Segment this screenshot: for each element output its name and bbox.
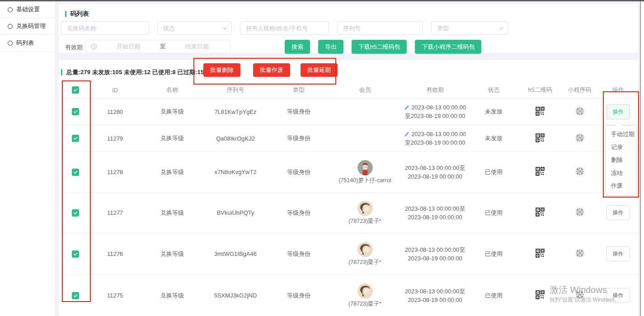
cell-member: (78723)栗子* [330,193,400,233]
h5-qrcode-icon[interactable] [536,133,545,142]
download-h5-qrcode-button[interactable]: 下载h5二维码包 [352,40,407,54]
cell-type: 等级身份 [268,233,330,275]
cell-id: 11275 [89,275,141,316]
miniprogram-code-icon[interactable] [575,133,585,143]
edit-icon[interactable] [404,105,409,110]
header-status: 状态 [470,82,517,99]
member-avatar [357,242,373,257]
row-action-button[interactable]: 操作 [606,246,630,261]
cell-type: 等级身份 [268,193,330,233]
cell-validity: 2023-08-13 00:00:00至 2023-08-19 00:00:00 [400,275,470,316]
end-date-input[interactable]: 结束日期 [169,42,225,51]
header-name: 名称 [141,82,203,99]
cell-validity: 2023-08-13 00:00:00至 2023-08-19 00:00:00 [400,152,470,193]
sidebar-item-label: 兑换码管理 [16,22,46,30]
cell-name: 兑换等级 [141,275,203,316]
member-avatar [357,160,373,175]
table-row: 11275 兑换等级 5SXMJ3kG2jND 等级身份 (78723)栗子* … [62,275,639,316]
cell-validity: 2023-08-13 00:00:00至 2023-08-19 00:00:00 [400,233,470,275]
batch-void-button[interactable]: 批量作废 [253,63,290,77]
menu-item-delete[interactable]: 删除 [606,154,636,167]
cell-member: (78723)栗子* [330,233,400,275]
h5-qrcode-icon[interactable] [536,290,545,299]
header-validity: 有效期 [400,82,470,99]
row-checkbox[interactable] [72,250,79,258]
cell-serial: x7N8oKvgYwT2 [203,152,268,193]
search-button[interactable]: 搜索 [285,40,310,54]
cell-name: 兑换等级 [141,193,203,233]
row-action-button[interactable]: 操作 [606,205,630,220]
header-action: 操作 [597,82,639,99]
code-name-input[interactable] [61,21,149,35]
miniprogram-code-icon[interactable] [575,290,585,300]
header-type: 类型 [268,82,330,99]
cell-id: 11276 [89,233,141,275]
sidebar-item-basic-settings[interactable]: 基础设置 [0,1,55,18]
menu-item-manual-expire[interactable]: 手动过期 [606,128,636,141]
cell-status: 未发放 [470,125,517,152]
date-range-separator: 至 [160,42,166,51]
sidebar-item-redeem-code-management[interactable]: 兑换码管理 [0,18,55,35]
cell-name: 兑换等级 [141,125,203,152]
table-header-row: ID 名称 序列号 类型 会员 有效期 状态 h5二维码 小程序码 操作 [62,82,639,99]
holder-input[interactable] [240,21,329,35]
cell-id: 11279 [89,125,141,152]
menu-item-freeze[interactable]: 冻结 [606,167,636,180]
h5-qrcode-icon[interactable] [536,249,545,258]
row-checkbox[interactable] [72,169,79,176]
h5-qrcode-icon[interactable] [536,107,545,116]
h5-qrcode-icon[interactable] [536,167,545,176]
sidebar-item-code-list[interactable]: 码列表 [0,35,55,52]
member-avatar [357,283,373,299]
clock-icon [91,43,97,50]
export-button[interactable]: 导出 [318,40,343,54]
type-select[interactable] [431,21,508,35]
member-name: (78723)栗子* [348,259,381,266]
row-action-button[interactable]: 操作 [606,104,630,119]
row-checkbox[interactable] [72,209,79,217]
cell-status: 已使用 [470,275,517,316]
cell-name: 兑换等级 [141,152,203,193]
miniprogram-code-icon[interactable] [575,106,585,116]
status-select[interactable] [157,21,232,35]
miniprogram-code-icon[interactable] [575,207,585,217]
row-checkbox[interactable] [72,108,79,115]
header-miniprogram-code: 小程序码 [563,82,597,99]
batch-delete-button[interactable]: 批量删除 [203,63,240,77]
select-all-checkbox[interactable] [72,86,79,94]
chevron-down-icon [222,26,227,31]
download-miniprogram-qrcode-button[interactable]: 下载小程序二维码包 [415,40,481,54]
row-checkbox[interactable] [72,292,79,299]
miniprogram-code-icon[interactable] [575,248,585,258]
status-select-input[interactable] [157,21,232,35]
cell-id: 11278 [89,152,141,193]
type-select-input[interactable] [431,21,508,35]
code-table: ID 名称 序列号 类型 会员 有效期 状态 h5二维码 小程序码 操作 112… [62,82,639,316]
h5-qrcode-icon[interactable] [536,208,545,217]
menu-item-record[interactable]: 记录 [606,141,636,154]
cell-validity: 2023-08-13 00:00:00 至2023-08-19 00:00:00 [400,125,470,152]
cell-member [330,125,400,152]
cell-status: 未发放 [470,99,517,125]
batch-extend-button[interactable]: 批量延期 [301,63,338,77]
cell-type: 等级身份 [268,152,330,193]
cell-validity: 2023-08-13 00:00:00 至2023-08-19 00:00:00 [400,99,470,125]
cell-member: (78723)栗子* [330,275,400,316]
row-checkbox[interactable] [72,135,79,142]
cell-status: 已使用 [470,152,517,193]
member-name: (78723)栗子* [348,300,381,308]
serial-input[interactable] [337,21,423,35]
validity-date-range[interactable]: 开始日期 至 结束日期 [85,40,230,53]
start-date-input[interactable]: 开始日期 [101,42,156,51]
miniprogram-code-icon[interactable] [575,166,585,176]
cell-type: 等级身份 [268,275,330,316]
sidebar: 基础设置 兑换码管理 码列表 [0,1,55,316]
page-title: 码列表 [65,10,89,18]
filter-actions: 搜索 导出 下载h5二维码包 下载小程序二维码包 [285,40,481,54]
circle-icon [8,24,13,29]
cell-id: 11277 [89,193,141,233]
cell-validity: 2023-08-13 00:00:00至 2023-08-19 00:00:00 [400,193,470,233]
row-action-button[interactable]: 操作 [606,288,630,303]
edit-icon[interactable] [404,132,409,137]
menu-item-void[interactable]: 作废 [606,179,636,193]
